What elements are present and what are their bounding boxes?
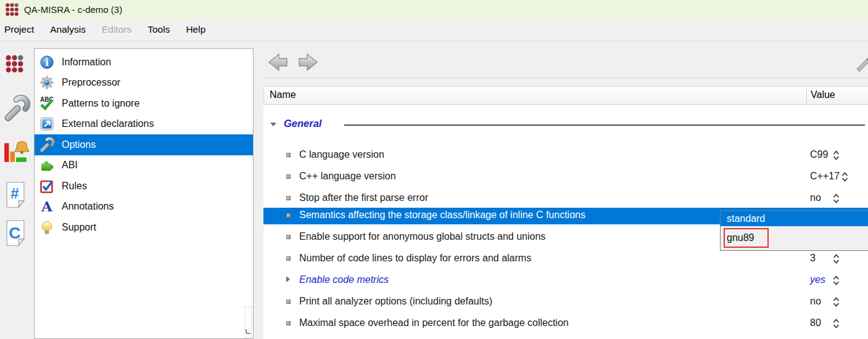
forward-arrow-icon[interactable] <box>296 52 321 75</box>
checkbox-check-icon <box>39 178 55 194</box>
option-value[interactable]: C++17 <box>810 171 848 182</box>
option-value[interactable]: yes <box>810 274 840 285</box>
menu-help[interactable]: Help <box>178 18 213 41</box>
svg-text:C: C <box>9 224 20 242</box>
section-label: General <box>284 118 321 129</box>
sidebar-item-label: Rules <box>62 181 87 192</box>
option-name: Semantics affecting the storage class/li… <box>299 210 585 221</box>
svg-text:i: i <box>45 57 49 68</box>
bullet-square-icon <box>286 153 291 157</box>
sidebar-item-options[interactable]: Options <box>35 134 253 155</box>
column-header-value[interactable]: Value <box>811 89 835 100</box>
sidebar-item-patterns-to-ignore[interactable]: ABC Patterns to ignore <box>35 93 253 114</box>
spinner-icon <box>841 172 848 182</box>
option-value[interactable]: 80 <box>810 317 840 329</box>
menu-tools[interactable]: Tools <box>139 18 178 41</box>
sidebar-item-label: Preprocessor <box>62 77 120 88</box>
back-arrow-icon[interactable] <box>265 52 290 75</box>
letter-a-icon: A <box>39 198 55 214</box>
chevron-right-icon[interactable] <box>286 276 290 282</box>
column-separator[interactable] <box>806 88 807 104</box>
bullet-square-icon <box>286 300 291 304</box>
spinner-icon <box>833 254 840 264</box>
menu-editors: Editors <box>94 18 139 41</box>
spinner-icon <box>833 194 840 203</box>
sidebar-item-annotations[interactable]: A Annotations <box>35 197 253 218</box>
sidebar-item-label: ABI <box>62 160 78 171</box>
svg-text:A: A <box>41 199 53 214</box>
section-row-general[interactable]: General <box>263 116 868 133</box>
lightbulb-icon <box>39 219 55 235</box>
option-name: Enable support for anonymous global stru… <box>299 231 545 242</box>
info-icon: i <box>39 54 55 70</box>
option-name: C language version <box>299 149 384 160</box>
sidebar-item-preprocessor[interactable]: Preprocessor <box>35 73 253 94</box>
bullet-square-icon <box>286 196 291 200</box>
bullet-square-icon <box>286 321 291 325</box>
hash-file-icon[interactable]: # <box>6 181 25 208</box>
table-row[interactable]: Maximal space overhead in percent for th… <box>263 316 868 332</box>
option-value[interactable]: no <box>810 296 840 307</box>
external-arrow-icon <box>39 116 55 132</box>
wrench-icon <box>39 137 55 153</box>
menu-project[interactable]: Project <box>0 18 42 41</box>
gear-icon <box>39 75 55 91</box>
table-row[interactable]: C language version C99 <box>263 147 868 163</box>
sidebar-item-support[interactable]: Support <box>35 217 253 238</box>
column-header-name[interactable]: Name <box>270 89 296 100</box>
sidebar-item-label: Annotations <box>62 201 114 212</box>
bullet-square-icon <box>286 235 291 239</box>
resize-grip-icon[interactable] <box>246 329 250 334</box>
spinner-icon <box>833 297 840 307</box>
dropdown-option-standard[interactable]: standard <box>721 211 868 226</box>
pencil-icon[interactable] <box>855 54 868 74</box>
annotation-red-box <box>724 228 769 248</box>
menu-bar: Project Analysis Editors Tools Help <box>0 18 868 41</box>
absint-dots-logo-icon[interactable] <box>5 54 24 73</box>
table-row[interactable]: Print all analyzer options (including de… <box>263 294 868 310</box>
sidebar-item-information[interactable]: i Information <box>35 52 253 73</box>
table-row[interactable]: Stop after the first parse error no <box>263 190 868 206</box>
option-name: C++ language version <box>299 171 396 182</box>
sidebar-item-label: Information <box>62 57 111 68</box>
sidebar-item-label: Support <box>62 222 96 233</box>
section-rule-line <box>344 125 865 126</box>
abc-check-icon: ABC <box>39 96 55 112</box>
absint-dots-logo-icon <box>4 2 19 17</box>
toolbar-separator <box>262 78 868 78</box>
option-name: Stop after the first parse error <box>299 192 428 203</box>
sidebar-item-label: External declarations <box>62 118 154 129</box>
table-header: Name Value <box>263 86 868 105</box>
table-row[interactable]: Enable code metrics yes <box>263 272 868 288</box>
wrench-icon[interactable] <box>3 95 30 122</box>
chevron-down-icon[interactable] <box>270 123 276 126</box>
sidebar-item-rules[interactable]: Rules <box>35 176 253 197</box>
option-name: Print all analyzer options (including de… <box>299 296 492 307</box>
metrics-alarms-icon[interactable] <box>3 139 29 165</box>
option-name: Enable code metrics <box>299 274 389 285</box>
c-file-icon[interactable]: C <box>6 219 25 247</box>
spinner-icon <box>833 319 840 329</box>
bullet-square-icon <box>286 174 291 179</box>
table-row[interactable]: C++ language version C++17 <box>263 169 868 185</box>
table-row[interactable]: Number of code lines to display for erro… <box>263 251 868 267</box>
option-value[interactable]: no <box>810 192 840 203</box>
bullet-square-icon <box>286 256 291 261</box>
spinner-icon <box>833 276 840 285</box>
option-name: Number of code lines to display for erro… <box>299 253 531 264</box>
menu-analysis[interactable]: Analysis <box>42 18 94 41</box>
sidebar-item-label: Options <box>62 139 96 150</box>
spinner-icon <box>833 150 840 160</box>
puzzle-icon <box>39 157 55 173</box>
option-value[interactable]: C99 <box>810 149 840 160</box>
sidebar-item-label: Patterns to ignore <box>62 98 139 109</box>
option-name: Maximal space overhead in percent for th… <box>299 317 569 329</box>
window-title: QA-MISRA - c-demo (3) <box>24 4 122 15</box>
settings-category-panel: i Information Preproce <box>34 48 254 339</box>
sidebar-item-external-declarations[interactable]: External declarations <box>35 114 253 135</box>
combobox-dropdown: standard gnu89 <box>720 210 868 251</box>
sidebar-item-abi[interactable]: ABI <box>35 155 253 176</box>
options-editor-panel: Name Value General C language version C9… <box>262 41 868 339</box>
option-value[interactable]: 3 <box>810 253 840 264</box>
bullet-square-icon <box>286 213 291 218</box>
